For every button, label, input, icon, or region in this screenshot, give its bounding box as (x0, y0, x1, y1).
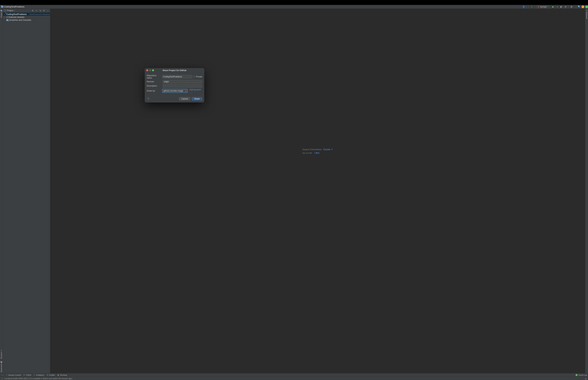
separator (576, 5, 576, 8)
database-icon (586, 10, 588, 11)
expand-all-icon[interactable] (35, 9, 38, 12)
remote-label: Remote: (147, 80, 162, 83)
chevron-right-icon[interactable]: ▸ (4, 16, 6, 18)
tab-event-log[interactable]: 2 Event Log (575, 374, 587, 376)
separator (535, 5, 535, 8)
debug-icon[interactable]: ⌖ (556, 5, 559, 8)
collapse-all-icon[interactable] (39, 9, 41, 12)
share-button[interactable]: Share (192, 97, 202, 100)
remote-input[interactable] (163, 80, 202, 83)
add-account-link[interactable]: Add account ⌄ (190, 88, 202, 93)
chevron-down-icon: ▾ (548, 6, 548, 7)
invalid-config-icon: ✖ (538, 6, 539, 8)
tab-version-control[interactable]: ᛘ Version Control (6, 374, 21, 376)
tab-profiler[interactable]: ◔ Profiler (46, 374, 55, 376)
project-tool-label: Project (0, 12, 2, 18)
bookmark-icon (0, 361, 2, 363)
share-github-dialog: Share Project On GitHub Repository name:… (145, 68, 204, 102)
private-checkbox[interactable] (193, 76, 195, 78)
status-message[interactable]: Localized IntelliJ IDEA 2021.3.3 is avai… (4, 378, 72, 380)
bookmarks-tool-button[interactable]: Bookmarks (0, 360, 2, 373)
description-label: Description: (147, 85, 162, 87)
project-scope-icon (4, 10, 6, 11)
main-panel: Project ▾ ▸ CodingTestProblems ~/IdeaPro… (3, 9, 585, 373)
chevron-down-icon[interactable]: ▾ (568, 6, 569, 7)
tab-problems[interactable]: ⚠ Problems (34, 374, 44, 376)
folder-icon (1, 6, 3, 8)
project-tool-button[interactable]: Project (0, 9, 2, 19)
shareby-label: Share by: (147, 90, 161, 92)
status-right-icon[interactable]: ☁ (585, 377, 587, 380)
coverage-icon[interactable]: ◧ (560, 5, 563, 8)
gear-icon[interactable] (42, 9, 45, 12)
bookmarks-tool-label: Bookmarks (0, 364, 2, 372)
breadcrumb-project: CodingTestProblems (4, 6, 24, 8)
profiler-icon: ◔ (46, 374, 48, 376)
project-panel: Project ▾ ▸ CodingTestProblems ~/IdeaPro… (3, 9, 50, 373)
status-bar: ▢ Localized IntelliJ IDEA 2021.3.3 is av… (0, 377, 588, 380)
tab-todo[interactable]: ☰ TODO (23, 374, 31, 376)
code-with-me-icon[interactable]: 👤 (522, 5, 525, 8)
event-count-badge: 2 (575, 374, 578, 376)
stop-icon[interactable] (570, 5, 573, 8)
dialog-footer: ? Cancel Share (145, 96, 204, 102)
tab-terminal[interactable]: ▣ Terminal (57, 374, 67, 376)
project-panel-title[interactable]: Project (7, 9, 13, 12)
chevron-down-icon[interactable]: ▾ (14, 10, 15, 11)
bottom-tool-tabs: ᛘ Version Control ☰ TODO ⚠ Problems ◔ Pr… (0, 373, 588, 377)
macos-titlebar-area (0, 0, 588, 5)
left-gutter: Project Structure Bookmarks (0, 9, 3, 373)
chevron-down-icon: ⌄ (190, 92, 191, 93)
terminal-icon: ▣ (57, 374, 59, 376)
tree-root-node[interactable]: ▸ CodingTestProblems ~/IdeaProjects/Codi… (3, 13, 50, 16)
profiler-run-icon[interactable]: ◔ (564, 5, 567, 8)
folder-icon (0, 10, 2, 11)
dialog-titlebar[interactable]: Share Project On GitHub (145, 68, 204, 73)
tool-window-bars-icon[interactable] (1, 374, 4, 377)
structure-tool-button[interactable]: Structure (0, 349, 2, 360)
breadcrumb[interactable]: CodingTestProblems (0, 6, 24, 8)
tab-label: Profiler (49, 374, 55, 376)
avatar-icon[interactable] (582, 5, 584, 8)
database-tool-label: Database (586, 12, 588, 19)
database-tool-button[interactable]: Database (586, 9, 588, 20)
minimize-icon[interactable] (149, 69, 151, 71)
tree-node-label: External Libraries (8, 16, 24, 18)
todo-icon: ☰ (23, 374, 25, 376)
tree-node-label: Scratches and Consoles (9, 19, 31, 21)
search-icon[interactable]: 🔍 (578, 5, 581, 8)
hide-panel-icon[interactable] (46, 9, 49, 12)
tab-label: Terminal (60, 374, 67, 376)
help-button[interactable]: ? (147, 97, 150, 100)
folder-icon (5, 13, 6, 15)
library-icon: ▥ (6, 16, 8, 18)
tab-label: Event Log (578, 374, 587, 376)
tree-external-libraries[interactable]: ▸ ▥ External Libraries (3, 16, 50, 19)
cancel-button[interactable]: Cancel (179, 97, 190, 100)
run-config-selector[interactable]: ✖ Sample ▾ (537, 5, 549, 8)
close-icon[interactable] (146, 69, 148, 71)
zoom-icon[interactable] (152, 69, 154, 71)
tree-node-path: ~/IdeaProjects/CodingTest (28, 13, 50, 15)
scratches-icon (6, 19, 8, 21)
chevron-down-icon[interactable]: ▾ (526, 6, 527, 7)
build-icon[interactable]: ⤴ (530, 5, 533, 8)
status-msg-icon[interactable]: ▢ (1, 377, 3, 380)
structure-icon (0, 350, 2, 351)
repo-name-input[interactable] (162, 75, 192, 78)
add-account-label: Add account (190, 88, 201, 91)
tree-scratches[interactable]: Scratches and Consoles (3, 19, 50, 21)
chevron-right-icon[interactable]: ▸ (4, 13, 5, 15)
shareby-select[interactable]: github.com/dev-mage (162, 89, 188, 93)
warning-icon: ⚠ (34, 374, 35, 376)
description-input[interactable] (163, 84, 202, 88)
window-controls (146, 69, 154, 71)
locate-icon[interactable] (31, 9, 34, 12)
tab-label: Version Control (8, 374, 21, 376)
run-icon[interactable]: ▶ (552, 5, 554, 8)
editor-area: Search Everywhere Double ⇧ Go to File ⇧⌘… (50, 9, 585, 373)
work-area: Project Structure Bookmarks Project ▾ (0, 9, 588, 373)
project-panel-header: Project ▾ (3, 9, 50, 12)
ide-updates-icon[interactable] (585, 5, 588, 8)
dialog-title: Share Project On GitHub (162, 69, 187, 72)
